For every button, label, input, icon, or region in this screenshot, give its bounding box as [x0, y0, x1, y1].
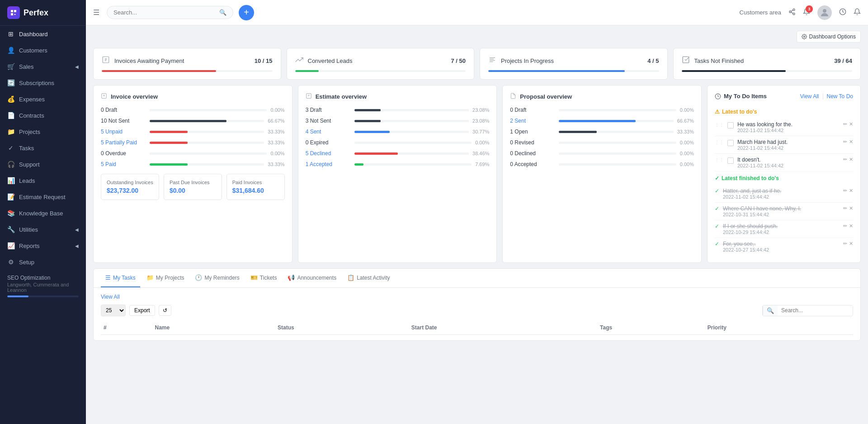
stat-card-title: Converted Leads: [308, 57, 353, 64]
topbar: ☰ 🔍 + Customers area 3: [86, 0, 868, 25]
stat-card-title: Projects In Progress: [501, 57, 554, 64]
time-icon[interactable]: [839, 8, 846, 17]
sidebar-item-utilities[interactable]: 🔧 Utilities ◀: [0, 221, 86, 238]
ov-pct: 66.67%: [677, 118, 694, 124]
sidebar-item-contracts[interactable]: 📄 Contracts: [0, 107, 86, 124]
todo-checkbox[interactable]: [727, 140, 734, 146]
todo-checkbox[interactable]: [727, 122, 734, 129]
partially-paid-link[interactable]: 5 Partially Paid: [101, 139, 137, 146]
dashboard-options-button[interactable]: Dashboard Options: [797, 31, 861, 43]
todo-item-actions: ✏ ✕: [843, 157, 853, 162]
per-page-select[interactable]: 25 50 100: [101, 305, 126, 316]
tab-announcements[interactable]: 📢 Announcements: [283, 269, 341, 287]
sent-link[interactable]: 4 Sent: [306, 129, 321, 135]
edit-todo-icon[interactable]: ✏: [843, 188, 847, 194]
sidebar-item-setup[interactable]: ⚙ Setup: [0, 254, 86, 270]
sidebar-item-estimate-request[interactable]: 📝 Estimate Request: [0, 189, 86, 205]
edit-todo-icon[interactable]: ✏: [843, 241, 847, 247]
edit-todo-icon[interactable]: ✏: [843, 139, 847, 145]
ov-bar: [150, 120, 264, 122]
sidebar-item-dashboard[interactable]: ⊞ Dashboard: [0, 26, 86, 42]
ov-row: 2 Sent 66.67%: [510, 118, 694, 124]
sidebar-item-subscriptions[interactable]: 🔄 Subscriptions: [0, 75, 86, 91]
delete-todo-icon[interactable]: ✕: [849, 205, 853, 211]
sidebar-item-label: Dashboard: [19, 31, 48, 38]
todo-item-done: ✓ For, you see,. 2022-10-27 15:44:42 ✏ ✕: [715, 238, 853, 255]
search-bar[interactable]: 🔍: [107, 6, 233, 19]
tab-my-reminders[interactable]: 🕐 My Reminders: [190, 269, 244, 287]
search-icon[interactable]: 🔍: [219, 9, 226, 16]
stat-card-value: 4 / 5: [647, 57, 659, 64]
ov-pct: 33.33%: [268, 162, 284, 167]
ov-bar: [354, 120, 469, 122]
sidebar-item-reports[interactable]: 📈 Reports ◀: [0, 238, 86, 254]
sidebar-item-label: Projects: [19, 129, 40, 135]
new-todo-link[interactable]: New To Do: [823, 93, 853, 100]
view-all-tasks-link[interactable]: View All: [101, 294, 120, 300]
sidebar-item-leads[interactable]: 📊 Leads: [0, 172, 86, 189]
delete-todo-icon[interactable]: ✕: [849, 241, 853, 247]
table-search-input[interactable]: [778, 305, 853, 315]
tab-tickets[interactable]: 🎫 Tickets: [246, 269, 282, 287]
tab-my-tasks[interactable]: ☰ My Tasks: [101, 269, 140, 287]
table-search[interactable]: 🔍: [762, 305, 853, 316]
paid-link[interactable]: 5 Paid: [101, 161, 116, 167]
sidebar-item-tasks[interactable]: ✓ Tasks: [0, 140, 86, 156]
ov-row: 1 Open 33.33%: [510, 129, 694, 135]
sidebar-item-label: Tasks: [19, 145, 34, 152]
svg-rect-16: [683, 57, 689, 63]
drag-handle-icon[interactable]: ⋮⋮: [715, 140, 724, 145]
unpaid-link[interactable]: 5 Unpaid: [101, 129, 123, 135]
ov-pct: 0.00%: [680, 140, 694, 145]
sidebar-item-label: Estimate Request: [19, 194, 66, 200]
sidebar-item-label: Leads: [19, 177, 35, 184]
drag-handle-icon[interactable]: ⋮⋮: [715, 157, 724, 162]
delete-todo-icon[interactable]: ✕: [849, 121, 853, 127]
drag-handle-icon[interactable]: ⋮⋮: [715, 122, 724, 127]
bell-icon[interactable]: [854, 8, 861, 17]
estimate-overview-icon: [306, 93, 312, 100]
sidebar-logo[interactable]: Perfex: [0, 0, 86, 26]
svg-line-3: [791, 12, 793, 14]
sidebar-item-projects[interactable]: 📁 Projects: [0, 124, 86, 140]
delete-todo-icon[interactable]: ✕: [849, 223, 853, 229]
share-icon[interactable]: [788, 8, 796, 17]
ov-pct: 38.46%: [472, 151, 489, 156]
delete-todo-icon[interactable]: ✕: [849, 139, 853, 145]
ov-row: 0 Accepted 0.00%: [510, 161, 694, 167]
edit-todo-icon[interactable]: ✏: [843, 223, 847, 229]
ov-row: 10 Not Sent 66.67%: [101, 118, 285, 124]
search-input[interactable]: [113, 9, 217, 16]
delete-todo-icon[interactable]: ✕: [849, 188, 853, 194]
todo-checkbox[interactable]: [727, 157, 734, 164]
accepted-link[interactable]: 1 Accepted: [306, 161, 332, 167]
support-icon: 🎧: [7, 161, 14, 168]
ov-label: 10 Not Sent: [101, 118, 146, 124]
tab-my-projects[interactable]: 📁 My Projects: [142, 269, 189, 287]
edit-todo-icon[interactable]: ✏: [843, 157, 847, 162]
ov-label: 5 Declined: [306, 150, 351, 157]
add-new-button[interactable]: +: [239, 5, 254, 20]
edit-todo-icon[interactable]: ✏: [843, 121, 847, 127]
edit-todo-icon[interactable]: ✏: [843, 205, 847, 211]
declined-link[interactable]: 5 Declined: [306, 150, 331, 157]
sidebar-item-expenses[interactable]: 💰 Expenses: [0, 91, 86, 107]
todo-item: ⋮⋮ It doesn't. 2022-11-02 15:44:42 ✏ ✕: [715, 154, 853, 172]
proposal-sent-link[interactable]: 2 Sent: [510, 118, 526, 124]
ov-bar: [559, 131, 673, 133]
refresh-button[interactable]: ↺: [159, 305, 171, 316]
menu-toggle-icon[interactable]: ☰: [93, 8, 99, 17]
reports-arrow: ◀: [75, 243, 79, 248]
kb-icon: 📚: [7, 210, 14, 217]
sidebar-item-support[interactable]: 🎧 Support: [0, 156, 86, 172]
todo-time: 2022-10-29 15:44:42: [723, 229, 840, 235]
view-all-todo-link[interactable]: View All: [800, 93, 819, 100]
delete-todo-icon[interactable]: ✕: [849, 157, 853, 162]
export-button[interactable]: Export: [129, 305, 155, 316]
notifications-icon[interactable]: 3: [803, 8, 810, 17]
user-avatar[interactable]: [817, 5, 832, 20]
sidebar-item-sales[interactable]: 🛒 Sales ◀: [0, 58, 86, 75]
sidebar-item-knowledge-base[interactable]: 📚 Knowledge Base: [0, 205, 86, 221]
tab-latest-activity[interactable]: 📋 Latest Activity: [343, 269, 394, 287]
sidebar-item-customers[interactable]: 👤 Customers: [0, 42, 86, 58]
